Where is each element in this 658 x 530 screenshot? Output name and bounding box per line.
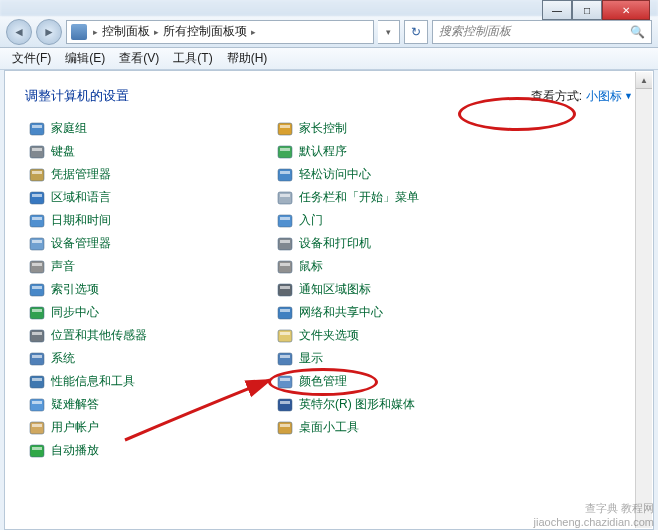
- network-sharing-icon: [277, 305, 293, 321]
- cp-item-mouse[interactable]: 鼠标: [273, 255, 521, 278]
- history-dropdown[interactable]: ▾: [378, 20, 400, 44]
- address-bar[interactable]: ▸ 控制面板 ▸ 所有控制面板项 ▸: [66, 20, 374, 44]
- cp-item-getting-started[interactable]: 入门: [273, 209, 521, 232]
- cp-item-label: 设备管理器: [51, 235, 111, 252]
- cp-item-sync-center[interactable]: 同步中心: [25, 301, 273, 324]
- cp-item-taskbar-start[interactable]: 任务栏和「开始」菜单: [273, 186, 521, 209]
- cp-item-device-manager[interactable]: 设备管理器: [25, 232, 273, 255]
- view-mode-link[interactable]: 小图标 ▼: [586, 88, 633, 105]
- content-header: 调整计算机的设置 查看方式: 小图标 ▼: [5, 71, 653, 113]
- menu-help[interactable]: 帮助(H): [221, 48, 274, 69]
- sync-center-icon: [29, 305, 45, 321]
- svg-rect-7: [32, 194, 42, 197]
- menu-file[interactable]: 文件(F): [6, 48, 57, 69]
- mouse-icon: [277, 259, 293, 275]
- svg-rect-32: [278, 146, 292, 158]
- dropdown-arrow-icon: ▼: [624, 91, 633, 101]
- cp-item-ease-of-access[interactable]: 轻松访问中心: [273, 163, 521, 186]
- cp-item-folder-options[interactable]: 文件夹选项: [273, 324, 521, 347]
- chevron-right-icon: ▸: [91, 27, 100, 37]
- minimize-button[interactable]: —: [542, 0, 572, 20]
- svg-rect-0: [30, 123, 44, 135]
- svg-rect-48: [278, 330, 292, 342]
- indexing-icon: [29, 282, 45, 298]
- svg-rect-43: [280, 263, 290, 266]
- sound-icon: [29, 259, 45, 275]
- cp-item-home-group[interactable]: 家庭组: [25, 117, 273, 140]
- cp-item-label: 位置和其他传感器: [51, 327, 147, 344]
- cp-item-label: 区域和语言: [51, 189, 111, 206]
- cp-item-notification-icons[interactable]: 通知区域图标: [273, 278, 521, 301]
- cp-item-parental-controls[interactable]: 家长控制: [273, 117, 521, 140]
- menu-tools[interactable]: 工具(T): [167, 48, 218, 69]
- cp-item-label: 桌面小工具: [299, 419, 359, 436]
- cp-item-desktop-gadgets[interactable]: 桌面小工具: [273, 416, 521, 439]
- svg-rect-11: [32, 240, 42, 243]
- close-button[interactable]: ✕: [602, 0, 650, 20]
- cp-item-credential-manager[interactable]: 凭据管理器: [25, 163, 273, 186]
- svg-rect-27: [32, 424, 42, 427]
- default-programs-icon: [277, 144, 293, 160]
- cp-item-label: 通知区域图标: [299, 281, 371, 298]
- cp-item-sound[interactable]: 声音: [25, 255, 273, 278]
- items-grid: 家庭组键盘凭据管理器区域和语言日期和时间设备管理器声音索引选项同步中心位置和其他…: [5, 113, 653, 466]
- troubleshoot-icon: [29, 397, 45, 413]
- svg-rect-29: [32, 447, 42, 450]
- device-manager-icon: [29, 236, 45, 252]
- svg-rect-41: [280, 240, 290, 243]
- svg-rect-5: [32, 171, 42, 174]
- cp-item-performance[interactable]: 性能信息和工具: [25, 370, 273, 393]
- cp-item-label: 键盘: [51, 143, 75, 160]
- svg-rect-1: [32, 125, 42, 128]
- cp-item-intel-graphics[interactable]: 英特尔(R) 图形和媒体: [273, 393, 521, 416]
- search-icon[interactable]: 🔍: [630, 25, 645, 39]
- search-input[interactable]: 搜索控制面板 🔍: [432, 20, 652, 44]
- cp-item-label: 用户帐户: [51, 419, 99, 436]
- parental-controls-icon: [277, 121, 293, 137]
- svg-rect-22: [30, 376, 44, 388]
- region-language-icon: [29, 190, 45, 206]
- cp-item-display[interactable]: 显示: [273, 347, 521, 370]
- menu-view[interactable]: 查看(V): [113, 48, 165, 69]
- cp-item-date-time[interactable]: 日期和时间: [25, 209, 273, 232]
- svg-rect-24: [30, 399, 44, 411]
- svg-rect-33: [280, 148, 290, 151]
- cp-item-keyboard[interactable]: 键盘: [25, 140, 273, 163]
- cp-item-label: 轻松访问中心: [299, 166, 371, 183]
- credential-manager-icon: [29, 167, 45, 183]
- cp-item-system[interactable]: 系统: [25, 347, 273, 370]
- back-button[interactable]: ◄: [6, 19, 32, 45]
- ease-of-access-icon: [277, 167, 293, 183]
- cp-item-indexing[interactable]: 索引选项: [25, 278, 273, 301]
- breadcrumb-root[interactable]: 控制面板: [100, 23, 152, 40]
- scroll-up-button[interactable]: ▲: [636, 72, 652, 89]
- menu-edit[interactable]: 编辑(E): [59, 48, 111, 69]
- svg-rect-50: [278, 353, 292, 365]
- cp-item-label: 设备和打印机: [299, 235, 371, 252]
- svg-rect-9: [32, 217, 42, 220]
- desktop-gadgets-icon: [277, 420, 293, 436]
- cp-item-color-management[interactable]: 颜色管理: [273, 370, 521, 393]
- cp-item-autoplay[interactable]: 自动播放: [25, 439, 273, 462]
- maximize-button[interactable]: □: [572, 0, 602, 20]
- breadcrumb-sub[interactable]: 所有控制面板项: [161, 23, 249, 40]
- forward-button[interactable]: ►: [36, 19, 62, 45]
- refresh-button[interactable]: ↻: [404, 20, 428, 44]
- cp-item-location-sensors[interactable]: 位置和其他传感器: [25, 324, 273, 347]
- performance-icon: [29, 374, 45, 390]
- svg-rect-16: [30, 307, 44, 319]
- svg-rect-4: [30, 169, 44, 181]
- svg-rect-40: [278, 238, 292, 250]
- cp-item-label: 凭据管理器: [51, 166, 111, 183]
- cp-item-network-sharing[interactable]: 网络和共享中心: [273, 301, 521, 324]
- cp-item-troubleshoot[interactable]: 疑难解答: [25, 393, 273, 416]
- cp-item-default-programs[interactable]: 默认程序: [273, 140, 521, 163]
- svg-rect-12: [30, 261, 44, 273]
- system-icon: [29, 351, 45, 367]
- cp-item-devices-printers[interactable]: 设备和打印机: [273, 232, 521, 255]
- cp-item-region-language[interactable]: 区域和语言: [25, 186, 273, 209]
- control-panel-icon: [71, 24, 87, 40]
- cp-item-user-accounts[interactable]: 用户帐户: [25, 416, 273, 439]
- menu-bar: 文件(F) 编辑(E) 查看(V) 工具(T) 帮助(H): [0, 48, 658, 70]
- vertical-scrollbar[interactable]: ▲: [635, 72, 652, 528]
